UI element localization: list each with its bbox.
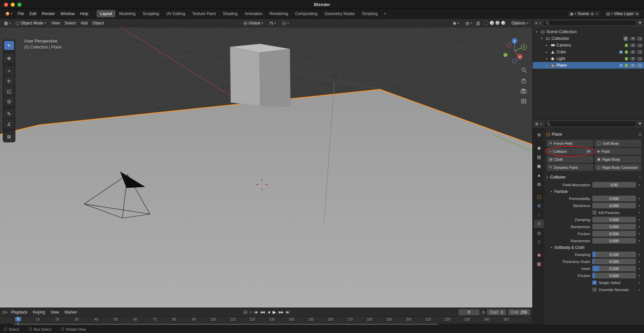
modifiers-properties-tab[interactable]: ⚙ — [534, 202, 544, 210]
collision-button[interactable]: ×Collision — [547, 148, 593, 155]
workspace-tab-shading[interactable]: Shading — [219, 10, 241, 17]
viewport-menu-view[interactable]: View — [49, 20, 62, 26]
workspace-tab-uv-editing[interactable]: UV Editing — [163, 10, 189, 17]
animate-dot[interactable] — [638, 289, 641, 290]
3d-viewport-canvas[interactable]: Z Y X — [0, 19, 532, 308]
disable-in-render-camera-icon[interactable] — [638, 51, 642, 54]
snap-toggle[interactable]: ▾ — [268, 21, 278, 25]
texture-properties-tab[interactable]: ▦ — [534, 260, 544, 268]
add-cube-tool-button[interactable]: ⊞ — [4, 132, 14, 141]
timeline-menu-playback[interactable]: Playback — [8, 309, 30, 316]
animate-dot[interactable] — [638, 282, 641, 283]
menu-file[interactable]: File — [15, 10, 27, 17]
rendered-shading-button[interactable] — [501, 21, 505, 25]
jump-to-end-button[interactable]: ▶| — [286, 310, 289, 314]
disclosure-arrow[interactable]: ▸ — [545, 50, 549, 54]
auto-keying-toggle[interactable] — [243, 310, 247, 314]
disable-in-render-camera-icon[interactable] — [638, 64, 642, 67]
menu-edit[interactable]: Edit — [27, 10, 39, 17]
properties-search-input[interactable] — [544, 121, 636, 127]
outliner-row-scene-collection[interactable]: ▾Scene Collection — [533, 28, 644, 35]
mode-dropdown[interactable]: ▢ Object Mode ▾ — [13, 20, 48, 26]
options-dropdown[interactable]: Options ▾ — [509, 20, 530, 26]
friction-field[interactable]: 0.000 — [592, 231, 636, 237]
physics-properties-tab[interactable]: ↺ — [534, 220, 544, 228]
outliner-row-plane[interactable]: ▸Plane — [533, 62, 644, 69]
cursor-tool-button[interactable]: ⊕ — [4, 54, 14, 63]
timeline-ruler[interactable]: 0102030405060708090100110120130140150160… — [0, 317, 532, 323]
collision-visibility-eye-icon[interactable] — [586, 150, 591, 153]
outliner-row-camera[interactable]: ▸Camera — [533, 42, 644, 49]
view-layer-selector[interactable]: ▤ ▾ View Layer ⊞ — [604, 10, 641, 17]
animate-dot[interactable] — [638, 254, 641, 255]
rotate-tool-button[interactable]: ↻ — [4, 76, 14, 85]
solid-shading-button[interactable] — [490, 21, 494, 25]
blender-menu-button[interactable]: ▾ — [3, 11, 15, 16]
menu-window[interactable]: Window — [58, 10, 77, 17]
disable-in-render-camera-icon[interactable] — [638, 44, 642, 47]
frame-end-field[interactable]: End 250 — [508, 309, 530, 315]
unlink-scene-button[interactable]: × — [595, 12, 598, 16]
workspace-tab-sculpting[interactable]: Sculpting — [139, 10, 162, 17]
animate-dot[interactable] — [638, 240, 641, 242]
proportional-editing-toggle[interactable]: ▾ — [280, 21, 291, 26]
timeline-menu-keying[interactable]: Keying — [30, 309, 48, 316]
scene-selector[interactable]: ▣ ▾ Scene ⊞ × — [568, 10, 601, 17]
rigid-body-constraint-button[interactable]: ◫Rigid Body Constraint — [595, 164, 641, 171]
close-window-button[interactable] — [4, 3, 8, 7]
viewport-menu-add[interactable]: Add — [78, 20, 90, 26]
animate-dot[interactable] — [638, 226, 641, 227]
permeability-field[interactable]: 0.000 — [592, 196, 636, 201]
animate-dot[interactable] — [638, 219, 641, 220]
properties-editor-icon[interactable]: ≣ — [535, 122, 538, 126]
viewport-menu-object[interactable]: Object — [90, 20, 106, 26]
hide-in-viewport-eye-icon[interactable] — [630, 44, 635, 47]
damping-field[interactable]: 0.000 — [592, 217, 636, 222]
timeline-menu-marker[interactable]: Marker — [62, 309, 79, 316]
annotate-tool-button[interactable]: ✎ — [4, 109, 14, 118]
single-sided-checkbox[interactable]: ✓ — [592, 280, 597, 285]
animate-dot[interactable] — [638, 205, 641, 206]
workspace-tab-geometry-nodes[interactable]: Geometry Nodes — [321, 10, 359, 17]
force-field-button[interactable]: ≋Force Field — [547, 140, 593, 147]
inner-field[interactable]: 0.200 — [592, 266, 636, 271]
cube-object[interactable] — [230, 44, 290, 107]
scale-tool-button[interactable]: ◱ — [4, 86, 14, 95]
rigid-body-button[interactable]: ▣Rigid Body — [595, 156, 641, 163]
animate-dot[interactable] — [638, 212, 641, 213]
dynamic-paint-button[interactable]: ✎Dynamic Paint — [547, 164, 593, 171]
play-button[interactable]: ▶ — [273, 310, 276, 315]
collection-checkbox[interactable]: ✓ — [624, 37, 628, 41]
material-properties-tab[interactable]: ◉ — [534, 251, 544, 259]
particle-section-header[interactable]: ▾ Particle — [547, 188, 641, 195]
animate-dot[interactable] — [638, 261, 641, 262]
disable-in-render-camera-icon[interactable] — [638, 37, 642, 40]
outliner-row-collection[interactable]: ▾Collection✓ — [533, 35, 644, 42]
menu-render[interactable]: Render — [39, 10, 58, 17]
frame-start-field[interactable]: Start 1 — [487, 309, 506, 315]
disclosure-arrow[interactable]: ▸ — [545, 57, 549, 60]
playhead-badge[interactable]: 0 — [15, 317, 21, 321]
kill-particles-checkbox[interactable] — [592, 210, 597, 215]
toggle-xray-button[interactable]: ▥ — [476, 21, 480, 25]
data-properties-tab[interactable]: ▽ — [534, 238, 544, 246]
friction-field[interactable]: 5.000 — [592, 273, 636, 278]
world-properties-tab[interactable]: ◍ — [534, 180, 544, 188]
panel-grip-icon[interactable]: ⠿ — [639, 176, 641, 179]
3d-viewport[interactable]: Z Y X — [0, 19, 532, 308]
disable-in-render-camera-icon[interactable] — [638, 57, 642, 60]
disclosure-arrow[interactable]: ▾ — [540, 37, 544, 40]
outliner-row-light[interactable]: ▸Light — [533, 55, 644, 62]
transform-tool-button[interactable]: ◎ — [4, 96, 14, 106]
stickiness-field[interactable]: 0.000 — [592, 203, 636, 208]
zoom-window-button[interactable] — [17, 3, 21, 7]
move-tool-button[interactable]: ＋ — [4, 66, 14, 75]
wireframe-shading-button[interactable] — [484, 21, 488, 25]
minimize-window-button[interactable] — [11, 3, 15, 7]
hide-in-viewport-eye-icon[interactable] — [630, 64, 635, 67]
editor-type-button[interactable]: ▦ ▾ — [2, 20, 13, 26]
preview-range-icon[interactable]: ◷ — [481, 310, 485, 315]
new-scene-button[interactable]: ⊞ — [590, 12, 594, 16]
view-layer-properties-tab[interactable]: ▣ — [534, 162, 544, 170]
animate-dot[interactable] — [638, 233, 641, 235]
